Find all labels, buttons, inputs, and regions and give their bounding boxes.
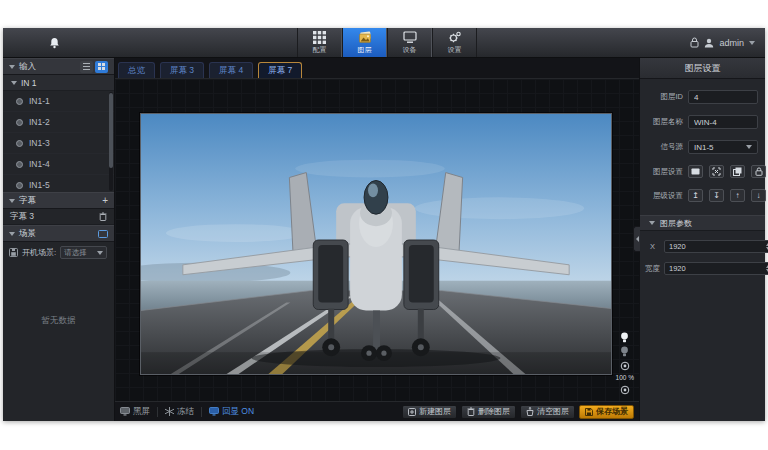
input-section-title: 输入 bbox=[19, 61, 36, 73]
signal-source-value: IN1-5 bbox=[694, 143, 714, 152]
lock-icon[interactable] bbox=[690, 37, 699, 48]
move-down-icon[interactable]: ↓ bbox=[751, 189, 766, 202]
boot-scene-label: 开机场景: bbox=[22, 247, 56, 258]
brightness-off-icon[interactable] bbox=[619, 346, 630, 357]
clear-icon bbox=[526, 407, 534, 416]
copy-icon bbox=[733, 167, 742, 176]
layer-preview-jet-image[interactable] bbox=[140, 113, 612, 375]
input-item[interactable]: IN1-3 bbox=[3, 133, 114, 154]
add-subtitle-button[interactable]: + bbox=[102, 196, 108, 206]
layer-name-label: 图层名称 bbox=[647, 117, 683, 127]
list-view-button[interactable] bbox=[80, 61, 93, 73]
x-label: X bbox=[644, 242, 661, 251]
subtitle-item[interactable]: 字幕 3 bbox=[3, 209, 114, 225]
blackout-icon bbox=[120, 407, 130, 416]
layer-order-label: 层级设置 bbox=[647, 191, 683, 201]
lock-icon bbox=[755, 167, 763, 176]
width-input[interactable] bbox=[669, 264, 766, 273]
tab-overview[interactable]: 总览 bbox=[118, 62, 155, 78]
x-input[interactable] bbox=[669, 242, 766, 251]
input-section-header[interactable]: 输入 bbox=[3, 58, 114, 75]
echo-toggle[interactable]: 回显 ON bbox=[209, 406, 254, 418]
zoom-reset-icon[interactable] bbox=[619, 384, 630, 395]
locate-icon[interactable] bbox=[619, 360, 630, 371]
user-box[interactable]: admin bbox=[690, 28, 755, 57]
width-stepper[interactable] bbox=[664, 262, 768, 275]
input-item-label: IN1-1 bbox=[29, 96, 50, 106]
nav-layers[interactable]: 图层 bbox=[342, 28, 387, 57]
signal-source-label: 信号源 bbox=[647, 142, 683, 152]
layer-id-input[interactable] bbox=[688, 90, 758, 104]
workspace: 总览 屏幕 3 屏幕 4 屏幕 7 bbox=[115, 58, 639, 421]
layer-name-input[interactable] bbox=[688, 115, 758, 129]
scene-section-header[interactable]: 场景 bbox=[3, 225, 114, 242]
screen-flag-icon bbox=[691, 168, 700, 175]
source-dot-icon bbox=[16, 98, 23, 105]
tab-screen-7[interactable]: 屏幕 7 bbox=[258, 62, 302, 78]
collapse-caret-icon bbox=[9, 199, 15, 203]
lock-layer-button[interactable] bbox=[751, 165, 766, 178]
input-list-scrollbar[interactable] bbox=[109, 92, 113, 191]
screen-tabs: 总览 屏幕 3 屏幕 4 屏幕 7 bbox=[115, 58, 639, 79]
jet-image bbox=[141, 114, 611, 374]
move-top-icon[interactable]: ↥ bbox=[688, 189, 703, 202]
grid-view-button[interactable] bbox=[95, 61, 108, 73]
save-scene-label: 保存场景 bbox=[596, 406, 628, 417]
layer-params-header[interactable]: 图层参数 bbox=[640, 215, 765, 231]
boot-scene-select[interactable]: 请选择 bbox=[60, 246, 107, 259]
freeze-label: 冻结 bbox=[177, 406, 194, 418]
signal-source-select[interactable]: IN1-5 bbox=[688, 140, 758, 154]
source-dot-icon bbox=[16, 140, 23, 147]
freeze-toggle[interactable]: 冻结 bbox=[165, 406, 194, 418]
layout-canvas[interactable]: 100 % bbox=[115, 79, 639, 401]
width-label: 宽度 bbox=[644, 264, 661, 274]
x-stepper[interactable] bbox=[664, 240, 768, 253]
move-bottom-icon[interactable]: ↧ bbox=[709, 189, 724, 202]
input-item-label: IN1-3 bbox=[29, 138, 50, 148]
tab-screen-3[interactable]: 屏幕 3 bbox=[160, 62, 204, 78]
save-slot-icon bbox=[9, 248, 18, 257]
input-item-label: IN1-5 bbox=[29, 180, 50, 190]
input-item[interactable]: IN1-5 bbox=[3, 175, 114, 192]
input-item[interactable]: IN1-2 bbox=[3, 112, 114, 133]
nav-settings-label: 设置 bbox=[448, 45, 462, 55]
new-layer-button[interactable]: 新建图层 bbox=[402, 405, 457, 419]
move-up-icon[interactable]: ↑ bbox=[730, 189, 745, 202]
save-scene-button[interactable]: 保存场景 bbox=[579, 405, 634, 419]
user-menu-caret-icon[interactable] bbox=[749, 41, 755, 45]
input-group-row[interactable]: IN 1 bbox=[3, 75, 114, 91]
scene-empty-state: 暂无数据 bbox=[3, 263, 114, 421]
input-item[interactable]: IN1-4 bbox=[3, 154, 114, 175]
notification-bell-icon[interactable] bbox=[49, 37, 60, 49]
delete-layer-button[interactable]: 删除图层 bbox=[461, 405, 516, 419]
source-dot-icon bbox=[16, 182, 23, 189]
grid-icon bbox=[313, 31, 326, 44]
trash-icon bbox=[467, 407, 475, 416]
clear-layer-label: 清空图层 bbox=[537, 406, 569, 417]
panel-collapse-handle[interactable] bbox=[633, 226, 640, 252]
boot-scene-value: 请选择 bbox=[64, 248, 87, 258]
echo-label: 回显 ON bbox=[222, 406, 254, 418]
nav-config[interactable]: 配置 bbox=[297, 28, 342, 57]
input-item[interactable]: IN1-1 bbox=[3, 91, 114, 112]
layers-icon bbox=[358, 31, 372, 44]
subtitle-section-header[interactable]: 字幕 + bbox=[3, 192, 114, 209]
input-item-label: IN1-4 bbox=[29, 159, 50, 169]
brightness-on-icon[interactable] bbox=[619, 332, 630, 343]
nav-layers-label: 图层 bbox=[358, 45, 372, 55]
scene-screen-button[interactable] bbox=[98, 230, 108, 238]
nav-settings[interactable]: 设置 bbox=[432, 28, 477, 57]
nav-devices[interactable]: 设备 bbox=[387, 28, 432, 57]
delete-subtitle-button[interactable] bbox=[99, 212, 107, 221]
fullscreen-layer-button[interactable] bbox=[688, 165, 703, 178]
blackout-toggle[interactable]: 黑屏 bbox=[120, 406, 150, 418]
restore-layer-button[interactable] bbox=[709, 165, 724, 178]
tab-screen-4[interactable]: 屏幕 4 bbox=[209, 62, 253, 78]
subtitle-item-label: 字幕 3 bbox=[10, 211, 34, 223]
canvas-controls: 100 % bbox=[616, 332, 634, 395]
collapse-caret-icon bbox=[649, 221, 655, 225]
copy-layer-button[interactable] bbox=[730, 165, 745, 178]
input-group-label: IN 1 bbox=[21, 78, 37, 88]
app-window: 配置 图层 设备 bbox=[3, 28, 765, 421]
clear-layer-button[interactable]: 清空图层 bbox=[520, 405, 575, 419]
